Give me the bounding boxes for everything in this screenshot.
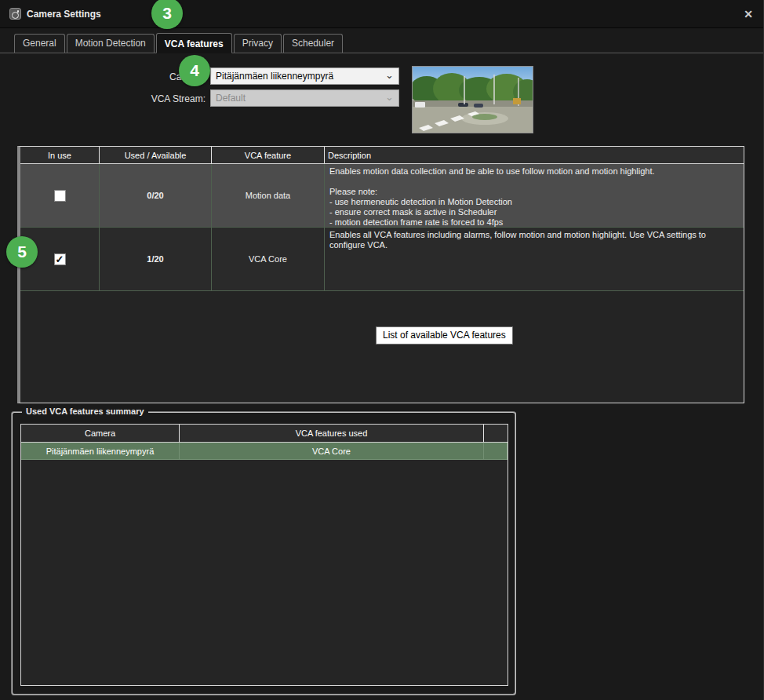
vca-stream-select: Default ⌄	[210, 89, 399, 107]
tab-privacy[interactable]: Privacy	[234, 34, 282, 53]
tab-bar: General Motion Detection VCA features Pr…	[0, 32, 764, 53]
annotation-badge-4: 4	[179, 55, 210, 86]
header-used-available: Used / Available	[100, 147, 212, 164]
window-title: Camera Settings	[27, 9, 101, 20]
camera-app-icon	[9, 8, 21, 20]
tab-scheduler[interactable]: Scheduler	[283, 34, 343, 53]
camera-select[interactable]: Pitäjänmäen liikenneympyrä ⌄	[210, 67, 399, 85]
summary-header-features: VCA features used	[180, 425, 484, 443]
tab-vca-features[interactable]: VCA features	[156, 33, 232, 53]
vca-stream-label: VCA Stream:	[72, 93, 206, 104]
summary-camera-name: Pitäjänmäen liikenneympyrä	[21, 443, 180, 460]
annotation-badge-5: 5	[6, 236, 38, 268]
summary-header-camera: Camera	[21, 425, 180, 443]
chevron-down-icon: ⌄	[385, 69, 394, 81]
tooltip: List of available VCA features	[376, 326, 513, 345]
table-row-motion-data[interactable]: 0/20 Motion data Enables motion data col…	[20, 164, 744, 228]
tab-motion-detection[interactable]: Motion Detection	[67, 34, 155, 53]
vca-core-checkbox[interactable]	[54, 253, 66, 265]
camera-select-value: Pitäjänmäen liikenneympyrä	[216, 71, 333, 82]
feature-table-header: In use Used / Available VCA feature Desc…	[20, 147, 744, 164]
tab-general[interactable]: General	[14, 34, 65, 53]
vca-feature-table: In use Used / Available VCA feature Desc…	[17, 146, 744, 403]
close-icon[interactable]: ✕	[740, 6, 756, 22]
summary-features-used: VCA Core	[180, 443, 484, 460]
vca-core-used: 1/20	[100, 228, 212, 291]
summary-table-header: Camera VCA features used	[21, 425, 508, 443]
title-bar: Camera Settings ✕	[0, 0, 764, 28]
summary-row-selected[interactable]: Pitäjänmäen liikenneympyrä VCA Core	[21, 443, 508, 460]
vca-core-feature-name: VCA Core	[212, 228, 325, 291]
motion-data-description: Enables motion data collection and be ab…	[325, 164, 744, 228]
motion-data-checkbox[interactable]	[54, 190, 66, 202]
motion-data-used: 0/20	[100, 164, 212, 228]
camera-preview-thumbnail	[412, 66, 533, 133]
motion-data-checkbox-cell	[20, 164, 100, 228]
camera-settings-dialog: Camera Settings ✕ General Motion Detecti…	[0, 0, 764, 700]
chevron-down-icon: ⌄	[385, 91, 394, 103]
header-description: Description	[325, 147, 744, 164]
table-row-vca-core[interactable]: 1/20 VCA Core Enables all VCA features i…	[20, 228, 744, 291]
motion-data-feature-name: Motion data	[212, 164, 325, 228]
header-in-use: In use	[20, 147, 100, 164]
summary-legend: Used VCA features summary	[22, 407, 148, 416]
vca-core-description: Enables all VCA features including alarm…	[325, 228, 744, 291]
header-vca-feature: VCA feature	[212, 147, 325, 164]
summary-table: Camera VCA features used Pitäjänmäen lii…	[20, 424, 508, 686]
summary-header-spacer	[484, 425, 508, 443]
used-vca-summary-group: Used VCA features summary Camera VCA fea…	[11, 411, 516, 695]
vca-stream-select-value: Default	[216, 93, 246, 104]
